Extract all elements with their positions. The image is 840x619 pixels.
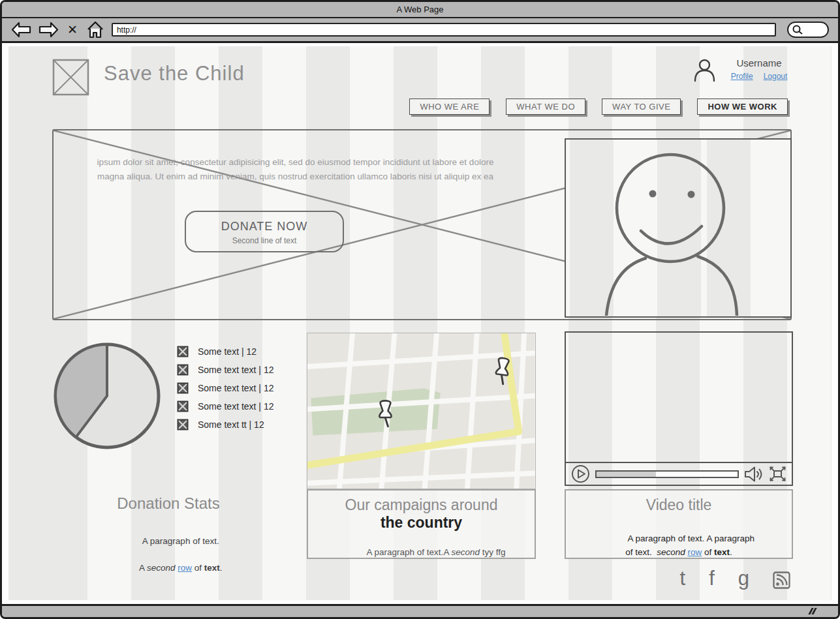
- campaigns-caption: Our campaigns around the country A parag…: [307, 489, 536, 559]
- browser-bottombar: [2, 604, 838, 617]
- url-input[interactable]: [112, 23, 776, 37]
- donate-sub-label: Second line of text: [186, 236, 343, 245]
- browser-titlebar: A Web Page: [2, 2, 838, 18]
- logout-link[interactable]: Logout: [764, 72, 788, 81]
- rss-icon[interactable]: [773, 571, 790, 589]
- browser-frame: A Web Page ✕: [0, 0, 840, 619]
- donation-stats-heading: Donation Stats: [52, 494, 285, 513]
- username-label: Username: [723, 57, 795, 68]
- campaigns-map-section: Our campaigns around the country A parag…: [307, 333, 536, 559]
- paragraph-italic-text: second: [657, 547, 685, 557]
- twitter-icon[interactable]: t: [680, 568, 686, 589]
- list-item-label: Some text tt | 12: [198, 419, 264, 430]
- campaigns-heading-line2: the country: [308, 514, 535, 532]
- campaigns-heading-line1: Our campaigns around: [308, 496, 535, 514]
- window-title: A Web Page: [2, 5, 838, 14]
- campaigns-map[interactable]: [307, 333, 536, 489]
- donate-now-button[interactable]: DONATE NOW Second line of text: [185, 211, 344, 252]
- nav-button-how-we-work[interactable]: HOW WE WORK: [697, 98, 788, 115]
- paragraph-italic-text: second: [451, 547, 480, 557]
- volume-icon[interactable]: [744, 466, 764, 482]
- video-title: Video title: [566, 496, 792, 514]
- forward-icon[interactable]: [39, 22, 59, 38]
- video-player: [565, 331, 793, 486]
- list-item[interactable]: Some text tt | 12: [177, 419, 273, 430]
- fullscreen-icon[interactable]: [769, 465, 786, 483]
- donation-pie-chart: [52, 341, 162, 451]
- list-bullet-image-icon: [177, 364, 189, 376]
- list-item[interactable]: Some text | 12: [177, 346, 273, 357]
- list-bullet-image-icon: [177, 346, 189, 357]
- list-bullet-image-icon: [177, 419, 189, 430]
- site-title: Save the Child: [104, 62, 245, 85]
- paragraph-text: of: [702, 547, 714, 557]
- smiley-face-icon: [566, 140, 790, 316]
- stats-list: Some text | 12 Some text text | 12 Some …: [177, 346, 273, 430]
- back-icon[interactable]: [11, 22, 31, 38]
- video-paragraph: A paragraph of text. A paragraph of text…: [591, 519, 767, 572]
- list-item-label: Some text text | 12: [198, 383, 273, 393]
- page-content: Save the Child Username Profile Logout W…: [8, 46, 832, 600]
- paragraph-text: .: [730, 547, 732, 557]
- list-item[interactable]: Some text text | 12: [177, 382, 273, 394]
- facebook-icon[interactable]: f: [709, 568, 715, 589]
- nav-button-way-to-give[interactable]: WAY TO GIVE: [602, 98, 681, 115]
- smiley-image-placeholder: [565, 138, 792, 318]
- site-logo-image-placeholder: [52, 59, 89, 96]
- list-item-label: Some text | 12: [198, 346, 257, 357]
- google-icon[interactable]: g: [738, 568, 749, 589]
- browser-window: A Web Page ✕: [0, 0, 840, 619]
- row-link[interactable]: row: [688, 547, 702, 557]
- browser-toolbar: ✕: [2, 18, 838, 43]
- paragraph-text: A paragraph of text.A: [367, 547, 452, 557]
- paragraph-italic-text: second: [147, 563, 176, 573]
- video-progress-fill: [597, 472, 656, 477]
- profile-link[interactable]: Profile: [731, 72, 753, 81]
- search-icon: [792, 24, 803, 36]
- user-avatar-icon[interactable]: [692, 58, 717, 82]
- play-button-icon[interactable]: [571, 464, 590, 483]
- list-bullet-image-icon: [177, 382, 189, 394]
- user-links: Profile Logout: [723, 72, 795, 81]
- campaigns-paragraph: A paragraph of text.A second tyy ffg: [308, 537, 535, 567]
- home-icon[interactable]: [86, 21, 104, 38]
- list-item[interactable]: Some text text | 12: [177, 364, 273, 376]
- video-caption: Video title A paragraph of text. A parag…: [565, 489, 793, 559]
- paragraph-text: of: [192, 563, 204, 573]
- paragraph-text: tyy ffg: [480, 547, 506, 557]
- nav-button-who-we-are[interactable]: WHO WE ARE: [409, 98, 490, 115]
- list-item-label: Some text text | 12: [198, 401, 273, 412]
- hero-paragraph: ipsum dolor sit amet, consectetur adipis…: [91, 155, 499, 183]
- stop-icon[interactable]: ✕: [66, 23, 79, 36]
- paragraph-text: A: [139, 563, 147, 573]
- list-item[interactable]: Some text text | 12: [177, 400, 273, 412]
- list-item-label: Some text text | 12: [198, 365, 273, 375]
- list-bullet-image-icon: [177, 400, 189, 412]
- social-links: t f g: [680, 568, 791, 589]
- paragraph-bold-text: text: [204, 563, 220, 573]
- donation-stats-paragraph: A paragraph of text. A second row of tex…: [52, 522, 285, 588]
- search-box[interactable]: [787, 22, 829, 38]
- nav-button-what-we-do[interactable]: WHAT WE DO: [506, 98, 585, 115]
- paragraph-line1: A paragraph of text.: [142, 536, 219, 546]
- main-nav: WHO WE ARE WHAT WE DO WAY TO GIVE HOW WE…: [409, 98, 788, 115]
- donate-label: DONATE NOW: [186, 220, 343, 234]
- resize-grip[interactable]: [810, 608, 815, 614]
- video-progress-bar[interactable]: [595, 470, 739, 478]
- video-controls: [566, 462, 792, 485]
- paragraph-bold-text: text: [714, 547, 730, 557]
- row-link[interactable]: row: [178, 563, 192, 573]
- paragraph-text: .: [220, 563, 223, 573]
